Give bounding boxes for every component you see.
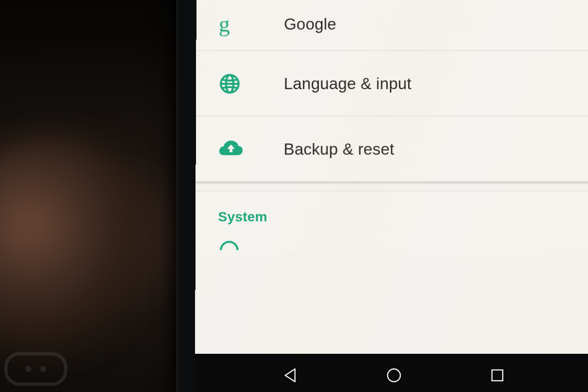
svg-point-2 [40,366,46,372]
settings-item-backup-reset[interactable]: Backup & reset [196,116,588,182]
google-icon: g [219,13,248,35]
svg-rect-0 [6,354,66,384]
svg-rect-7 [492,370,503,381]
settings-item-language-input[interactable]: Language & input [196,51,588,117]
partial-icon [218,240,247,250]
section-header-system: System [196,192,588,237]
settings-list: g Google Language & input [196,0,588,252]
hand-background [0,137,162,358]
phone-device: g Google Language & input [176,0,588,392]
nav-recent-button[interactable] [485,363,510,388]
nav-home-button[interactable] [382,363,406,388]
settings-item-label: Backup & reset [284,140,394,158]
settings-item-google[interactable]: g Google [196,0,588,51]
settings-item-label: Google [284,15,336,34]
svg-point-6 [388,369,400,382]
settings-item-partial[interactable] [196,238,588,252]
cloud-upload-icon [218,139,247,159]
phone-screen: g Google Language & input [195,0,588,354]
nav-back-button[interactable] [278,363,303,388]
navigation-bar [195,354,588,392]
globe-icon [219,73,248,95]
svg-point-1 [25,366,31,372]
settings-item-label: Language & input [284,74,412,93]
watermark-logo [4,352,68,388]
section-divider [196,182,588,192]
